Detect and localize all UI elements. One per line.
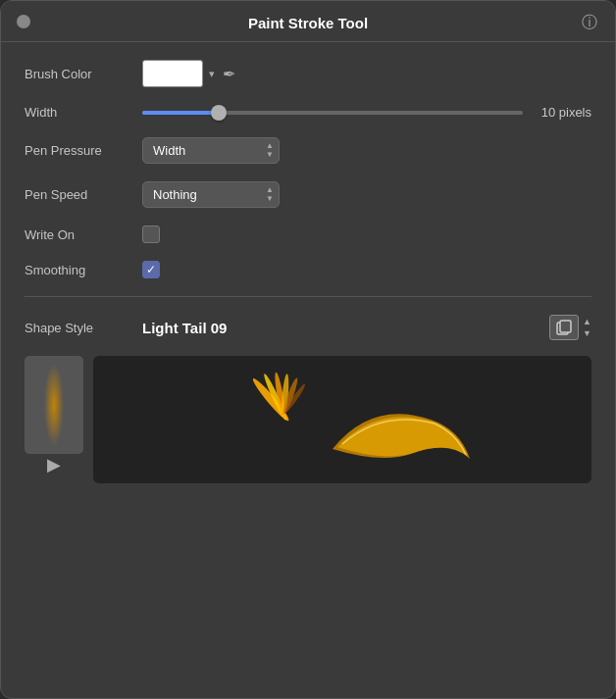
- shape-style-section: Shape Style Light Tail 09 ▲ ▼: [25, 296, 591, 483]
- pen-speed-label: Pen Speed: [25, 187, 142, 202]
- width-row: Width 10 pixels: [25, 105, 591, 120]
- smoothing-checkbox[interactable]: ✓: [142, 261, 160, 278]
- stroke-large-svg: [93, 356, 591, 483]
- style-arrow-down-icon: ▼: [583, 328, 591, 339]
- checkmark-icon: ✓: [146, 263, 156, 276]
- stroke-small-svg: [25, 356, 83, 454]
- color-dropdown-arrow[interactable]: ▾: [209, 68, 215, 80]
- stroke-preview-large: [93, 356, 591, 483]
- pen-speed-row: Pen Speed Nothing Width Opacity ▲ ▼: [25, 181, 591, 208]
- width-slider-track[interactable]: [142, 111, 523, 115]
- swoosh-shape: [333, 414, 470, 459]
- pen-pressure-row: Pen Pressure Width Nothing Opacity Size …: [25, 137, 591, 164]
- copy-icon-svg: [555, 319, 573, 336]
- panel-title: Paint Stroke Tool: [248, 15, 368, 31]
- width-slider-fill: [142, 111, 219, 115]
- width-value: 10 pixels: [533, 105, 591, 120]
- play-icon: ▶: [47, 455, 61, 474]
- write-on-row: Write On: [25, 225, 591, 243]
- eyedropper-icon[interactable]: ✒: [223, 65, 235, 83]
- write-on-checkbox[interactable]: [142, 225, 160, 243]
- play-button[interactable]: ▶: [47, 454, 61, 475]
- shape-style-label: Shape Style: [25, 321, 142, 335]
- width-slider-container: 10 pixels: [142, 105, 591, 120]
- smoothing-row: Smoothing ✓: [25, 261, 591, 278]
- shape-style-controls: ▲ ▼: [549, 315, 591, 340]
- info-icon: ⓘ: [582, 13, 597, 33]
- pen-speed-select-wrapper: Nothing Width Opacity ▲ ▼: [142, 181, 280, 208]
- title-bar: Paint Stroke Tool ⓘ: [1, 1, 615, 41]
- pen-pressure-select[interactable]: Width Nothing Opacity Size: [142, 137, 280, 164]
- style-arrow-up-icon: ▲: [583, 317, 591, 327]
- width-label: Width: [25, 105, 142, 120]
- color-swatch[interactable]: [142, 60, 203, 87]
- preview-area: ▶: [25, 356, 591, 483]
- svg-point-2: [44, 364, 64, 446]
- pen-speed-select[interactable]: Nothing Width Opacity: [142, 181, 280, 208]
- write-on-label: Write On: [25, 227, 142, 242]
- brush-color-controls: ▾ ✒: [142, 60, 235, 87]
- stroke-preview-small: [25, 356, 83, 454]
- paint-stroke-tool-panel: Paint Stroke Tool ⓘ Brush Color ▾ ✒ Widt…: [0, 0, 616, 699]
- brush-color-row: Brush Color ▾ ✒: [25, 60, 591, 87]
- panel-content: Brush Color ▾ ✒ Width 10 pixels Pen Pres…: [1, 42, 615, 501]
- shape-style-value: Light Tail 09: [142, 320, 549, 336]
- fan-shape: [250, 372, 307, 424]
- info-button[interactable]: ⓘ: [580, 13, 599, 32]
- shape-style-arrows[interactable]: ▲ ▼: [583, 317, 591, 339]
- copy-style-button[interactable]: [549, 315, 579, 340]
- pen-pressure-label: Pen Pressure: [25, 143, 142, 158]
- close-button[interactable]: [17, 15, 30, 28]
- smoothing-label: Smoothing: [25, 263, 142, 277]
- svg-rect-1: [560, 321, 571, 332]
- brush-color-label: Brush Color: [25, 67, 142, 81]
- pen-pressure-select-wrapper: Width Nothing Opacity Size ▲ ▼: [142, 137, 280, 164]
- shape-style-row: Shape Style Light Tail 09 ▲ ▼: [25, 315, 591, 340]
- width-slider-thumb[interactable]: [211, 105, 227, 121]
